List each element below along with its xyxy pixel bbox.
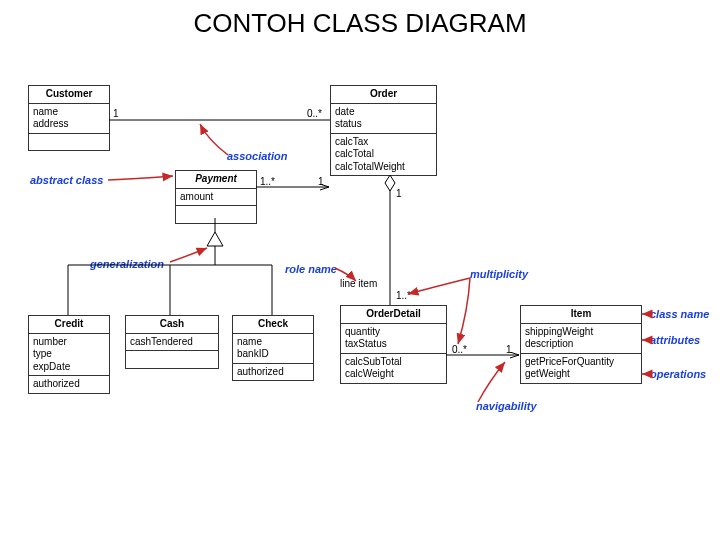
class-attrs: shippingWeight description [521,324,641,354]
ann-navigability: navigability [476,400,537,412]
class-name: Order [331,86,436,104]
class-customer: Customer name address [28,85,110,151]
mult-order-agg: 1 [396,188,402,199]
ann-multiplicity: multiplicity [470,268,528,280]
mult-order-one: 1 [318,176,324,187]
mult-order-many: 0..* [307,108,322,119]
ann-attributes: attributes [650,334,700,346]
ann-classname: class name [650,308,709,320]
class-cash: Cash cashTendered [125,315,219,369]
class-name: Cash [126,316,218,334]
class-ops: authorized [233,364,313,381]
class-name: Credit [29,316,109,334]
ann-generalization: generalization [90,258,164,270]
class-ops [176,206,256,223]
class-name: OrderDetail [341,306,446,324]
class-credit: Credit number type expDate authorized [28,315,110,394]
mult-item-one: 1 [506,344,512,355]
class-ops: calcSubTotal calcWeight [341,354,446,383]
class-order: Order date status calcTax calcTotal calc… [330,85,437,176]
class-ops: authorized [29,376,109,393]
class-ops [126,351,218,368]
mult-od-many: 0..* [452,344,467,355]
class-name: Payment [176,171,256,189]
page-title: CONTOH CLASS DIAGRAM [0,8,720,39]
class-ops: calcTax calcTotal calcTotalWeight [331,134,436,176]
class-attrs: name address [29,104,109,134]
class-payment: Payment amount [175,170,257,224]
mult-payment-many: 1..* [260,176,275,187]
class-attrs: name bankID [233,334,313,364]
ann-abstract: abstract class [30,174,103,186]
class-attrs: number type expDate [29,334,109,377]
class-item: Item shippingWeight description getPrice… [520,305,642,384]
class-name: Customer [29,86,109,104]
mult-linemany: 1..* [396,290,411,301]
class-name: Check [233,316,313,334]
class-ops [29,134,109,151]
svg-marker-3 [385,175,395,191]
diagram-stage: { "title": "CONTOH CLASS DIAGRAM", "clas… [0,0,720,540]
svg-marker-5 [207,232,223,246]
class-name: Item [521,306,641,324]
ann-association: association [227,150,288,162]
ann-rolename: role name [285,263,337,275]
ann-operations: operations [650,368,706,380]
class-ops: getPriceForQuantity getWeight [521,354,641,383]
class-attrs: amount [176,189,256,207]
diagram-lines [0,0,720,540]
class-attrs: cashTendered [126,334,218,352]
class-orderdetail: OrderDetail quantity taxStatus calcSubTo… [340,305,447,384]
class-check: Check name bankID authorized [232,315,314,381]
mult-customer: 1 [113,108,119,119]
role-lineitem: line item [340,278,377,289]
class-attrs: quantity taxStatus [341,324,446,354]
class-attrs: date status [331,104,436,134]
